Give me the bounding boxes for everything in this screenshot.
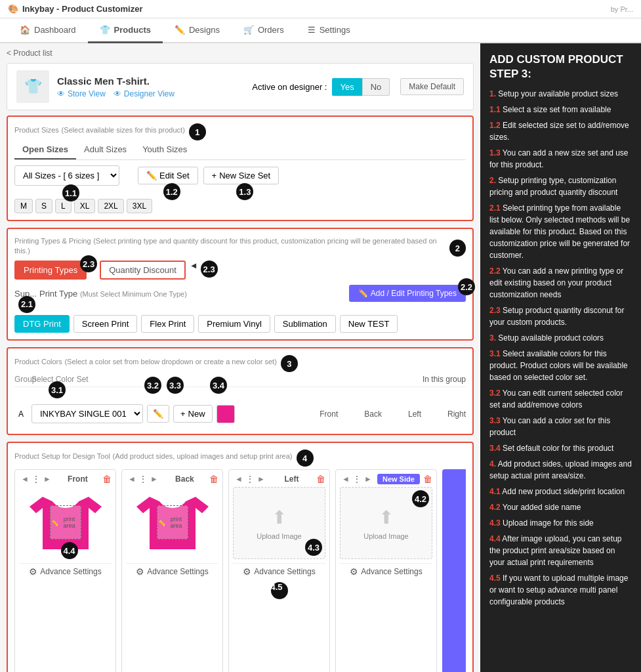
side-nav-right-btn[interactable]: ► <box>41 474 53 484</box>
side-new-nav-left[interactable]: ◄ <box>340 474 352 484</box>
side-back-nav-dots: ⋮ <box>139 474 147 484</box>
side-nav-dots: ⋮ <box>32 474 40 484</box>
size-tab-adult[interactable]: Adult Sizes <box>76 140 134 159</box>
side-new-header: ◄ ⋮ ► New Side 🗑 <box>340 474 432 484</box>
btn-new-size-set[interactable]: + New Size Set <box>203 167 279 184</box>
color-set-select[interactable]: INKYBAY SINGLE 001 <box>31 404 143 423</box>
colors-title: Product Colors (Select a color set from … <box>14 356 277 366</box>
app-by: by Pr... <box>611 5 633 13</box>
step-4-3-badge: 4.3 <box>305 539 322 556</box>
tab-designs[interactable]: ✏️Designs <box>163 18 232 43</box>
size-tab-open[interactable]: Open Sizes <box>14 140 76 159</box>
btn-flex-print[interactable]: Flex Print <box>141 315 194 333</box>
btn-no[interactable]: No <box>362 78 390 96</box>
step-2-3: 2.3 Setup product quantity disconut for … <box>489 304 632 328</box>
side-new: ◄ ⋮ ► New Side 🗑 ⬆ Upload Image 4.2 ⚙ <box>335 469 437 672</box>
step-1-3: 1.3 You can add a new size set and use f… <box>489 147 632 171</box>
btn-new-test[interactable]: New TEST <box>340 315 398 333</box>
gear-icon-new: ⚙ <box>350 566 358 577</box>
step-1-1: 1.1 Select a size set from available <box>489 104 632 116</box>
step-3-3-badge: 3.3 <box>167 377 184 394</box>
store-view-link[interactable]: 👁 Store View <box>57 89 106 98</box>
side-new-nav: ◄ ⋮ ► <box>340 474 374 484</box>
chip-3xl[interactable]: 3XL <box>127 199 152 213</box>
color-swatch[interactable] <box>217 405 235 423</box>
printing-title: Printing Types & Pricing (Select printin… <box>14 236 445 255</box>
step-4-header: 4. Add product sides, upload images and … <box>489 458 632 482</box>
side-left-nav-left[interactable]: ◄ <box>233 474 245 484</box>
side-front-nav: ◄ ⋮ ► <box>19 474 53 484</box>
tab-dashboard[interactable]: 🏠Dashboard <box>8 18 88 43</box>
color-side-icons: Front Back Left Right <box>320 410 466 419</box>
size-tabs: Open Sizes Adult Sizes Youth Sizes <box>14 140 466 160</box>
tab-settings[interactable]: ☰Settings <box>296 18 362 43</box>
logo-icon: 🎨 <box>8 4 18 14</box>
pencil-icon3: ✏️ <box>153 409 163 419</box>
side-new-nav-right[interactable]: ► <box>362 474 374 484</box>
tab-products[interactable]: 👕Products <box>88 18 163 43</box>
side-nav-left-btn[interactable]: ◄ <box>19 474 31 484</box>
side-back-nav-left[interactable]: ◄ <box>126 474 138 484</box>
breadcrumb[interactable]: < Product list <box>7 49 474 58</box>
eye-icon2: 👁 <box>114 89 121 98</box>
btn-add-edit-printing[interactable]: ✏️ Add / Edit Printing Types <box>349 285 466 302</box>
color-data-row: A INKYBAY SINGLE 001 ✏️ + New Front Back <box>14 400 466 427</box>
btn-new-color[interactable]: + New <box>173 405 213 423</box>
left-advance-settings[interactable]: ⚙ Advance Settings <box>233 563 325 579</box>
new-upload-placeholder[interactable]: ⬆ Upload Image 4.2 <box>340 487 432 559</box>
product-thumbnail: 👕 <box>16 70 49 103</box>
left-upload-placeholder[interactable]: ⬆ Upload Image 4.3 <box>233 487 325 559</box>
back-advance-settings[interactable]: ⚙ Advance Settings <box>126 563 218 579</box>
side-left-nav-dots: ⋮ <box>246 474 254 484</box>
size-select[interactable]: All Sizes - [ 6 sizes ] <box>14 165 119 186</box>
tab-quantity-discount[interactable]: Quantity Discount <box>100 261 186 280</box>
step-4-badge: 4 <box>297 450 314 467</box>
side-left-header: ◄ ⋮ ► Left 🗑 <box>233 474 325 484</box>
side-left-name: Left <box>284 474 299 484</box>
step-3-header: 3. Setup available product colors <box>489 332 632 344</box>
side-left-nav-right[interactable]: ► <box>255 474 267 484</box>
gear-icon-left: ⚙ <box>243 566 251 577</box>
btn-premium-vinyl[interactable]: Premium Vinyl <box>198 315 270 333</box>
side-back-nav-right[interactable]: ► <box>148 474 160 484</box>
btn-screen-print[interactable]: Screen Print <box>73 315 138 333</box>
step-3-3: 3.3 You can add a color set for this pro… <box>489 415 632 438</box>
tab-orders[interactable]: 🛒Orders <box>232 18 296 43</box>
step-4-3: 4.3 Upload image for this side <box>489 517 632 529</box>
btn-yes[interactable]: Yes <box>332 78 362 96</box>
step-4-4: 4.4 After image upload, you can setup th… <box>489 533 632 568</box>
front-advance-settings[interactable]: ⚙ Advance Settings <box>19 563 112 579</box>
front-print-area[interactable]: ✏️ print area <box>50 505 81 539</box>
pencil-icon2: ✏️ <box>358 289 368 298</box>
btn-edit-color[interactable]: ✏️ <box>147 405 169 423</box>
settings-icon: ☰ <box>308 25 316 35</box>
new-advance-settings[interactable]: ⚙ Advance Settings <box>340 563 432 579</box>
print-label-row: Sup... 2.1 Print Type (Must Select Minim… <box>14 285 466 302</box>
delete-back-icon[interactable]: 🗑 <box>209 474 218 484</box>
size-tab-youth[interactable]: Youth Sizes <box>134 140 195 159</box>
chip-xl[interactable]: XL <box>74 199 96 213</box>
btn-add-side[interactable]: + + Side <box>442 469 466 672</box>
printing-section: Printing Types & Pricing (Select printin… <box>7 228 474 341</box>
tab-printing-types[interactable]: Printing Types <box>14 261 87 280</box>
chip-s[interactable]: S <box>35 199 52 213</box>
btn-make-default[interactable]: Make Default <box>400 78 464 95</box>
chip-2xl[interactable]: 2XL <box>98 199 123 213</box>
designer-view-link[interactable]: 👁 Designer View <box>114 89 175 98</box>
btn-dtg-print[interactable]: DTG Print <box>14 315 70 333</box>
delete-front-icon[interactable]: 🗑 <box>102 474 112 484</box>
right-panel: ADD CUSTOM PRODUCT STEP 3: 1. Setup your… <box>480 43 641 672</box>
delete-left-icon[interactable]: 🗑 <box>316 474 325 484</box>
product-info: Classic Men T-shirt. 👁 Store View 👁 Desi… <box>57 75 244 98</box>
col-group: Group <box>14 375 28 384</box>
back-print-area[interactable]: ✏️ print area <box>157 505 188 539</box>
btn-edit-set[interactable]: ✏️ Edit Set <box>138 167 198 184</box>
chip-m[interactable]: M <box>14 199 33 213</box>
print-type-tabs: Printing Types 2.3 Quantity Discount ◄ 2… <box>14 261 466 280</box>
colors-header-row: Group Select Color Set 3.1 3.2 3.3 3.4 I… <box>14 372 466 387</box>
btn-sublimation[interactable]: Sublimation <box>274 315 336 333</box>
delete-new-icon[interactable]: 🗑 <box>423 474 432 484</box>
size-controls-row: All Sizes - [ 6 sizes ] 1.1 ✏️ Edit Set … <box>14 165 466 186</box>
step-1-3-badge: 1.3 <box>236 183 253 200</box>
side-front-header: ◄ ⋮ ► Front 🗑 <box>19 474 112 484</box>
